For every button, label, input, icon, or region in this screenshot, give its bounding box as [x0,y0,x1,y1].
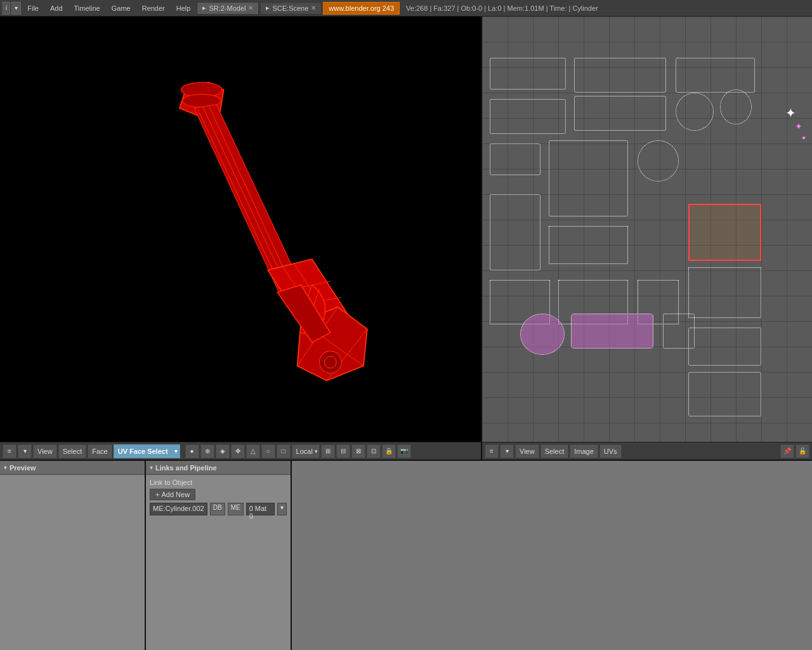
uv-island-7 [720,90,752,124]
svg-point-22 [319,351,341,373]
cam-icon-btn[interactable]: 📷 [397,444,411,458]
links-arrow: ▾ [150,464,153,471]
links-header: ▾ Links and Pipeline [146,461,291,475]
add-new-btn[interactable]: + Add New [150,489,195,500]
links-panel: ▾ Links and Pipeline Link to Object + Ad… [146,461,292,650]
circle-icon-btn[interactable]: ○ [261,444,275,458]
menu-help[interactable]: Help [171,4,196,12]
grid3-icon-btn[interactable]: ⊠ [351,444,365,458]
top-row: ≡ ▾ View Select Face UV Face Select ● ⊕ … [0,17,812,461]
mesh-row: ME:Cylinder.002 DB ME 0 Mat 0 ▾ [150,503,287,515]
mesh-field[interactable]: ME:Cylinder.002 [150,503,207,515]
info-bar: Ve:268 | Fa:327 | Ob:0-0 | La:0 | Mem:1.… [406,4,598,12]
menu-timeline[interactable]: Timeline [69,4,105,12]
preview-panel: ▾ Preview [0,461,146,650]
uv-icon-btn[interactable]: ≡ [485,444,499,458]
preview-arrow: ▾ [4,464,7,471]
add-new-icon: + [155,491,159,498]
tab-icon2: ▸ [266,4,270,12]
lock-icon-btn[interactable]: 🔒 [382,444,396,458]
mat-arrow-btn[interactable]: ▾ [277,503,287,515]
uv-island-8 [490,143,540,175]
menu-arrow-btn[interactable]: ▾ [11,2,21,15]
face-btn[interactable]: Face [88,444,112,458]
grid4-icon-btn[interactable]: ⊡ [367,444,381,458]
mat-field[interactable]: 0 Mat 0 [246,503,275,515]
menu-add[interactable]: Add [45,4,68,12]
tab-sr2-model[interactable]: ▸ SR:2-Model ✕ [197,2,259,15]
viewport-3d[interactable]: ≡ ▾ View Select Face UV Face Select ● ⊕ … [0,17,482,460]
menu-render[interactable]: Render [137,4,170,12]
toolbar-3d: ≡ ▾ View Select Face UV Face Select ● ⊕ … [0,442,481,460]
link-to-object-label: Link to Object [150,479,192,486]
right-panel [292,461,812,650]
svg-line-7 [203,107,287,288]
uv-island-3 [676,58,755,93]
tab-label: SR:2-Model [209,4,246,12]
tab-icon: ▸ [202,4,206,12]
square-icon-btn[interactable]: □ [277,444,291,458]
material-icon-btn[interactable]: ● [185,444,199,458]
uv-dots: ✦ [785,105,796,121]
uv-island-selected [688,204,761,261]
links-title: Links and Pipeline [155,464,217,472]
tab-close-icon2[interactable]: ✕ [311,4,316,11]
tab-website-label: www.blender.org 243 [329,4,394,12]
mode-select-btn[interactable]: UV Face Select [114,444,180,458]
svg-line-5 [198,110,282,291]
menu-file[interactable]: File [22,4,44,12]
uv-uvs-btn[interactable]: UVs [599,444,622,458]
uv-island-pink-2 [571,314,653,348]
blender-icon-btn[interactable]: i [3,2,10,15]
uv-island-12 [549,226,628,264]
preview-content [0,475,145,650]
uv-island-16 [688,267,761,318]
view-btn[interactable]: View [33,444,57,458]
grid1-icon-btn[interactable]: ⊞ [321,444,335,458]
uv-island-1 [490,58,566,90]
add-new-row: + Add New [150,489,287,500]
select-btn-3d[interactable]: Select [58,444,87,458]
tab-website[interactable]: www.blender.org 243 [323,2,400,15]
viewport-icon-btn[interactable]: ≡ [3,444,16,458]
uv-island-2 [574,58,666,93]
uv-editor[interactable]: ✦ ✦ ● ≡ [482,17,812,460]
uv-select-btn[interactable]: Select [540,444,569,458]
menu-game[interactable]: Game [107,4,136,12]
uv-unpin-btn[interactable]: 🔓 [796,444,809,458]
me-btn[interactable]: ME [228,503,244,515]
uv-island-18 [688,328,761,366]
mesh-label: ME:Cylinder.002 [153,505,204,512]
grid2-icon-btn[interactable]: ⊟ [336,444,350,458]
tab-label2: SCE:Scene [272,4,308,12]
prop-icon-btn[interactable]: ◈ [216,444,230,458]
local-dropdown[interactable]: Local [292,444,320,458]
snap-icon-btn[interactable]: ⊕ [200,444,214,458]
uv-island-19 [688,372,761,416]
tri-icon-btn[interactable]: △ [246,444,260,458]
tab-close-icon[interactable]: ✕ [248,4,253,11]
uv-image-btn[interactable]: Image [570,444,598,458]
toolbar-uv: ≡ ▾ View Select Image UVs 📌 🔓 [482,442,812,460]
link-to-object-row: Link to Object [150,479,287,486]
add-new-label: Add New [161,491,190,498]
model-3d-svg [51,42,419,410]
uv-pin-btn[interactable]: 📌 [780,444,794,458]
uv-island-11 [490,194,540,270]
uv-island-6 [676,93,714,131]
uv-island-pink-1 [520,314,565,355]
preview-title: Preview [10,464,36,472]
uv-dots2: ✦ [795,121,802,131]
db-btn[interactable]: DB [210,503,225,515]
uv-view-btn[interactable]: View [515,444,539,458]
uv-dots3: ● [802,134,806,141]
move-icon-btn[interactable]: ✥ [231,444,245,458]
viewport-arrow-btn[interactable]: ▾ [18,444,32,458]
links-content: Link to Object + Add New ME:Cylinder.002… [146,475,291,519]
uv-arrow-btn[interactable]: ▾ [500,444,514,458]
svg-line-6 [209,106,292,287]
top-menu-bar: i ▾ File Add Timeline Game Render Help ▸… [0,0,812,17]
uv-island-5 [574,96,666,131]
svg-marker-4 [194,105,301,293]
tab-sce-scene[interactable]: ▸ SCE:Scene ✕ [260,2,322,15]
